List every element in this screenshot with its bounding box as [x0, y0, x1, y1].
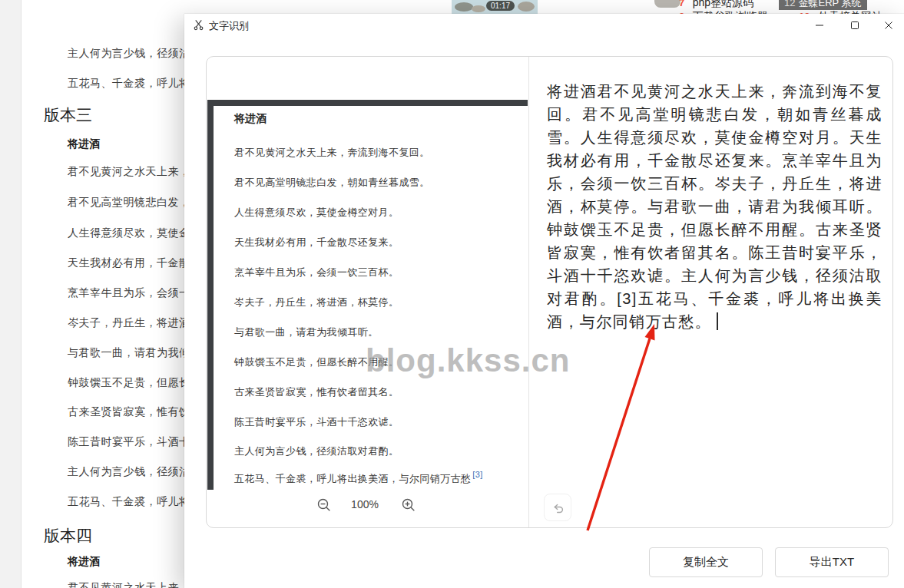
preview-line: 天生我材必有用，千金散尽还复来。	[234, 236, 399, 249]
video-duration-badge: 01:17	[486, 1, 515, 11]
bg-doc-poem-title: 将进酒	[68, 137, 100, 151]
bg-video-thumbnail[interactable]: 01:17	[452, 0, 538, 14]
preview-line: 钟鼓馔玉不足贵，但愿长醉不用醒。	[234, 355, 399, 369]
rank-label: 金蝶ERP 系统	[798, 0, 861, 8]
preview-page: 将进酒 君不见黄河之水天上来，奔流到海不复回。 君不见高堂明镜悲白发，朝如青丝暮…	[214, 106, 527, 485]
bg-doc-section-heading: 版本三	[44, 104, 92, 126]
ocr-result-text[interactable]: 将进酒君不见黄河之水天上来，奔流到海不复回。君不见高堂明镜悲白发，朝如青丝暮成雪…	[547, 80, 882, 333]
zoom-level: 100%	[347, 498, 382, 510]
zoom-out-icon	[316, 497, 331, 512]
copy-full-text-button[interactable]: 复制全文	[649, 547, 763, 577]
preview-line: 君不见黄河之水天上来，奔流到海不复回。	[234, 146, 430, 160]
preview-line: 君不见高堂明镜悲白发，朝如青丝暮成雪。	[234, 176, 430, 190]
close-icon	[884, 21, 893, 30]
export-txt-button[interactable]: 导出TXT	[775, 547, 889, 577]
preview-line: 人生得意须尽欢，莫使金樽空对月。	[234, 206, 399, 220]
zoom-in-button[interactable]	[399, 496, 416, 513]
zoom-out-button[interactable]	[315, 496, 332, 513]
preview-poem-title: 将进酒	[234, 112, 267, 126]
zoom-in-icon	[401, 497, 416, 512]
maximize-button[interactable]	[837, 14, 873, 37]
rank-number: 7	[679, 0, 684, 8]
rank-label: php整站源码	[693, 0, 753, 8]
thumbnail-shape	[518, 2, 535, 12]
dialog-titlebar[interactable]	[184, 14, 904, 37]
preview-page-edge-left	[207, 100, 214, 490]
close-button[interactable]	[871, 14, 904, 37]
minimize-button[interactable]	[802, 14, 837, 37]
preview-line: 与君歌一曲，请君为我倾耳听。	[234, 325, 379, 339]
undo-icon	[551, 500, 565, 514]
screen: 主人何为言少钱，径须沽取对君酌。 五花马、千金裘，呼儿将出换美酒，与尔同销万古愁…	[0, 0, 904, 588]
preview-line: 古来圣贤皆寂寞，惟有饮者留其名。	[234, 385, 399, 399]
bg-doc-section-heading: 版本四	[44, 525, 92, 547]
maximize-icon	[850, 21, 859, 30]
text-cursor	[717, 312, 718, 330]
thumbnail-shape	[472, 5, 485, 12]
background-left-gutter	[0, 0, 22, 588]
dialog-title: 文字识别	[209, 19, 249, 33]
minimize-icon	[815, 21, 824, 30]
preview-line: 岑夫子，丹丘生，将进酒，杯莫停。	[234, 296, 399, 309]
preview-page-edge-top	[207, 100, 528, 106]
undo-button[interactable]	[544, 494, 571, 521]
bg-thumbnail-fragment	[654, 0, 680, 8]
preview-line: 陈王昔时宴平乐，斗酒十千恣欢谑。	[234, 415, 399, 429]
preview-line: 五花马、千金裘，呼儿将出换美酒，与尔同销万古愁[3]	[234, 472, 483, 485]
preview-line: 烹羊宰牛且为乐，会须一饮三百杯。	[234, 266, 399, 279]
bg-doc-poem-title: 将进酒	[68, 555, 100, 569]
reference-mark[interactable]: [3]	[472, 470, 482, 479]
preview-line: 主人何为言少钱，径须沽取对君酌。	[234, 444, 399, 458]
rank-number: 12	[784, 0, 795, 8]
panel-divider	[528, 57, 529, 527]
thumbnail-shape	[455, 2, 473, 12]
scissors-icon	[193, 19, 204, 34]
